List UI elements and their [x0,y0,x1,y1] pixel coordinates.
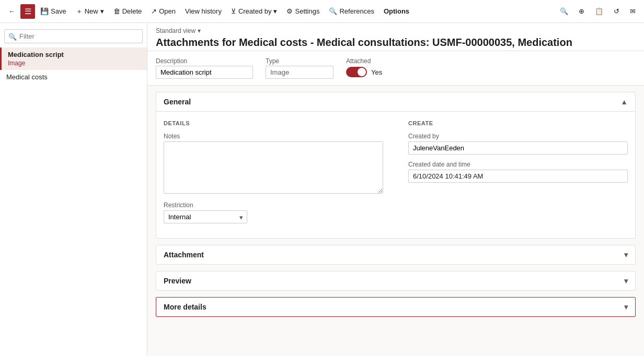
save-button[interactable]: 💾 Save [36,5,71,17]
new-dropdown-icon: ▾ [100,7,104,15]
details-col-title: DETAILS [164,120,383,126]
options-button[interactable]: Options [380,5,413,17]
main-header: Standard view ▾ Attachments for Medical … [147,23,644,51]
search-icon: 🔍 [560,7,568,15]
filter-input[interactable] [4,29,143,43]
general-section-title: General [164,98,191,106]
type-label: Type [266,57,334,65]
created-by-label: Created by [408,133,628,140]
back-icon: ← [8,7,15,15]
delete-icon: 🗑 [113,7,120,15]
create-col: CREATE Created by Created date and time [408,120,628,230]
references-button[interactable]: 🔍 References [325,5,378,17]
new-button[interactable]: ＋ New ▾ [72,5,108,18]
created-date-field-group: Created date and time [408,161,628,183]
created-by-button[interactable]: ⊻ Created by ▾ [227,5,282,17]
toolbar-right: 🔍 ⊕ 📋 ↺ ✉ [556,5,640,17]
layout: 🔍 Medication script Image Medical costs … [0,23,644,356]
open-icon: ↗ [151,7,157,15]
general-section-header[interactable]: General ▲ [156,92,635,112]
more-details-section-title: More details [164,303,206,311]
sidebar-item-medical-costs[interactable]: Medical costs [0,70,147,84]
type-field: Type Image [266,57,334,79]
menu-icon: ☰ [25,7,31,16]
sidebar-item-medication-script[interactable]: Medication script Image [0,48,147,70]
preview-section-title: Preview [164,277,191,285]
form-header: Description Type Image Attached Yes [147,51,644,86]
page-title: Attachments for Medical costs - Medical … [156,37,636,49]
attached-yes-label: Yes [371,68,382,76]
created-by-field-group: Created by [408,133,628,155]
sidebar-item-label: Medical costs [6,73,141,81]
created-date-input [408,170,628,183]
more-details-section-chevron-down: ▾ [624,303,628,311]
save-disk-icon: 💾 [40,7,49,15]
restriction-select-wrapper: Internal External All [164,210,247,223]
sidebar: 🔍 Medication script Image Medical costs [0,23,147,356]
open-button[interactable]: ↗ Open [147,5,180,17]
general-section-chevron-up: ▲ [620,98,628,106]
more-details-section: More details ▾ [156,297,636,317]
notes-field-group: Notes [164,133,383,195]
attached-field: Attached Yes [346,57,382,77]
delete-button[interactable]: 🗑 Delete [109,5,146,17]
attached-toggle[interactable] [346,67,367,77]
notes-textarea[interactable] [164,141,383,194]
restriction-select[interactable]: Internal External All [164,210,247,223]
attachment-section: Attachment ▾ [156,245,636,265]
sidebar-item-title: Medication script [8,51,141,58]
created-date-label: Created date and time [408,161,628,168]
settings-button[interactable]: ⚙ Settings [282,5,324,17]
general-section: General ▲ DETAILS Notes Restriction [156,92,636,239]
view-history-button[interactable]: View history [181,5,226,17]
description-field: Description [156,57,253,79]
filter-icon: ⊻ [231,7,236,15]
general-two-col: DETAILS Notes Restriction Internal Exter… [164,120,628,230]
attached-label: Attached [346,57,382,65]
attached-row: Yes [346,67,382,77]
attachment-section-chevron-down: ▾ [624,251,628,259]
sidebar-item-sub: Image [8,60,141,67]
restriction-label: Restriction [164,201,383,209]
more-details-section-header[interactable]: More details ▾ [156,298,635,316]
app-icon: ☰ [20,4,35,19]
general-section-content: DETAILS Notes Restriction Internal Exter… [156,112,635,238]
toggle-thumb [358,68,366,76]
restriction-field-group: Restriction Internal External All [164,201,383,223]
notes-label: Notes [164,133,383,140]
preview-section-header[interactable]: Preview ▾ [156,271,635,290]
main-content: Standard view ▾ Attachments for Medical … [147,23,644,356]
view-selector-chevron: ▾ [198,27,201,34]
toggle-track [346,67,367,77]
view-selector[interactable]: Standard view ▾ [156,27,636,34]
back-button[interactable]: ← [4,5,19,17]
attachment-section-header[interactable]: Attachment ▾ [156,245,635,264]
sidebar-filter-container: 🔍 [4,29,143,43]
description-input[interactable] [156,66,253,79]
description-label: Description [156,57,253,65]
gear-icon: ⚙ [286,7,293,15]
attachment-section-title: Attachment [164,251,204,259]
toolbar-icon2[interactable]: 📋 [591,5,607,17]
bottom-spacer [147,317,644,338]
toolbar-icon3[interactable]: ↺ [610,5,624,17]
create-col-title: CREATE [408,120,628,126]
details-col: DETAILS Notes Restriction Internal Exter… [164,120,383,230]
toolbar: ← ☰ 💾 Save ＋ New ▾ 🗑 Delete ↗ Open View … [0,0,644,23]
type-value: Image [266,66,334,79]
references-icon: 🔍 [329,7,337,15]
created-by-dropdown-icon: ▾ [273,7,277,15]
toolbar-icon4[interactable]: ✉ [626,5,640,17]
preview-section: Preview ▾ [156,271,636,291]
toolbar-search-button[interactable]: 🔍 [556,5,572,17]
preview-section-chevron-down: ▾ [624,277,628,285]
toolbar-icon1[interactable]: ⊕ [574,5,589,17]
new-plus-icon: ＋ [76,7,83,16]
created-by-input[interactable] [408,141,628,155]
filter-icon: 🔍 [8,32,17,40]
